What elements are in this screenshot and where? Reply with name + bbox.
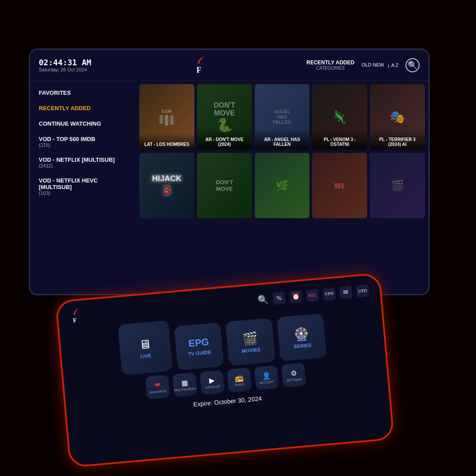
sidebar-item-vod-top500[interactable]: VOD - TOP 500 IMDB (216) [30,131,136,152]
wifi-icon [193,55,205,66]
small-tile-catchup[interactable]: ▶ CATCH UP [200,370,224,394]
tablet-time: 02:44:31 AM [39,58,91,67]
catchup-icon: ▶ [209,376,215,385]
tablet-body: FAVORITES RECENTLY ADDED CONTINUE WATCHI… [30,81,428,294]
multiscreen-icon: ▦ [181,378,189,387]
menu-tile-movies[interactable]: 🎬 MOVIES [225,318,275,366]
tablet-nav-right: RECENTLY ADDED CATEGORIES OLD NEW ↓ A Z … [306,58,420,72]
phone-rec-icon[interactable]: REC [306,288,319,301]
movie-card-row2-5[interactable]: 🎬 [370,153,425,218]
movie-card-ar-angel-has-fallen[interactable]: ANGELHASFALLEN AR - ANGEL HAS FALLEN [255,84,310,149]
small-tile-radio[interactable]: 📻 RADIO [227,368,252,392]
small-tile-settings[interactable]: ⚙ SETTINGS [281,363,306,387]
expire-text: Expire: October 30, 2024 [193,395,262,408]
phone-logo: F [68,307,80,324]
live-label: LIVE [140,353,151,359]
menu-tile-series[interactable]: 🎡 SERIES [277,313,327,361]
small-tile-account[interactable]: 👤 ACCOUNT [254,365,279,390]
small-tile-favourite[interactable]: ❤ FAVOURITE [145,375,170,399]
movie-card-dont-move-2[interactable]: DON'T MOVE [197,153,252,218]
movie-card-lat-los-hombres[interactable]: LOS LAT - LOS HOMBRES [139,84,194,149]
sidebar-item-favorites[interactable]: FAVORITES [30,85,136,100]
sidebar-item-recently-added[interactable]: RECENTLY ADDED [30,100,136,116]
favourite-label: FAVOURITE [149,390,167,394]
movie-title-lat-los-hombres: LAT - LOS HOMBRES [139,133,194,149]
live-icon: 🖥 [138,336,152,352]
svg-point-0 [198,62,200,63]
phone-logo-f: F [73,317,77,324]
nav-recently-added[interactable]: RECENTLY ADDED CATEGORIES [306,60,354,71]
tvguide-label: TV GUIDE [188,350,211,357]
favourite-icon: ❤ [154,381,161,390]
phone-wifi-icon [68,307,80,317]
tablet-time-block: 02:44:31 AM Saturday, 26 Oct 2024 [39,58,91,72]
phone-vpn-icon[interactable]: VPN [323,287,336,300]
tablet-sidebar: FAVORITES RECENTLY ADDED CONTINUE WATCHI… [30,81,136,294]
account-icon: 👤 [262,371,271,380]
settings-icon: ⚙ [290,369,297,378]
movies-label: MOVIES [242,346,261,353]
movie-card-pl-venom[interactable]: 🦎 PL - VENOM 3 - OSTATNI [312,84,367,149]
movie-title-ar-dont-move: AR - DON'T MOVE (2024) [197,128,252,149]
movie-title-pl-venom: PL - VENOM 3 - OSTATNI [312,128,367,149]
nav-old-new[interactable]: OLD NEW ↓ A Z [361,61,398,69]
movie-title-ar-angel-has-fallen: AR - ANGEL HAS FALLEN [255,128,310,149]
tvguide-icon: EPG [188,336,210,350]
movie-card-ar-dont-move[interactable]: DON'T MOVE 🐍 AR - DON'T MOVE (2024) [197,84,252,149]
movie-row-1: LOS LAT - LOS HOMBRES [139,84,425,149]
menu-tile-tvguide[interactable]: EPG TV GUIDE [174,323,224,371]
tablet-logo: F [193,55,205,75]
phone-msg-icon[interactable]: ✉ [339,286,352,299]
catchup-label: CATCH UP [205,385,220,389]
movie-card-hijack[interactable]: HIJACK 3 [139,153,194,218]
tablet-date: Saturday, 26 Oct 2024 [39,67,91,72]
movie-row-2: HIJACK 3 DON'T MOVE [139,153,425,218]
search-icon[interactable]: 🔍 [405,58,420,72]
phone-header-icons: 🔍 % ⏰ REC VPN ✉ UPD [257,284,369,306]
account-label: ACCOUNT [259,380,275,384]
logo-f-label: F [197,66,201,75]
radio-label: RADIO [235,383,245,387]
phone-device: F 🔍 % ⏰ REC VPN ✉ UPD 🖥 LIVE EPG TV GUID… [55,272,394,468]
tablet-device: 02:44:31 AM Saturday, 26 Oct 2024 F RECE… [29,48,430,295]
old-new-label: OLD NEW [361,62,384,68]
sidebar-item-continue-watching[interactable]: CONTINUE WATCHING [30,116,136,131]
az-label: A Z [391,63,398,68]
phone-update-icon[interactable]: UPD [356,284,369,297]
movie-title-pl-terrifier: PL - TERRIFIER 3 (2024) AI [370,128,425,149]
tablet-content: LOS LAT - LOS HOMBRES [136,81,428,294]
menu-tile-live[interactable]: 🖥 LIVE [118,320,173,376]
movie-card-row2-4[interactable]: ▉▊▋ [312,153,367,218]
radio-icon: 📻 [234,373,244,383]
sidebar-item-vod-netflix-hevc[interactable]: VOD - NETFLIX HEVC [MULTISUB] (103) [30,173,136,200]
movies-icon: 🎬 [242,331,259,346]
movie-card-row2-3[interactable]: 🌿 [255,153,310,218]
tablet-header: 02:44:31 AM Saturday, 26 Oct 2024 F RECE… [30,50,428,81]
small-tile-multiscreen[interactable]: ▦ MULTISCREEN [172,372,197,397]
series-icon: 🎡 [293,326,310,342]
multiscreen-label: MULTISCREEN [174,387,196,392]
phone-percent-icon[interactable]: % [272,291,286,305]
series-label: SERIES [294,342,312,349]
movie-card-pl-terrifier[interactable]: 🎭 PL - TERRIFIER 3 (2024) AI [370,84,425,149]
settings-label: SETTINGS [286,378,302,382]
phone-search-icon[interactable]: 🔍 [257,294,269,305]
phone-alarm-icon[interactable]: ⏰ [289,290,302,303]
svg-point-1 [74,313,75,315]
sidebar-item-vod-netflix[interactable]: VOD - NETFLIX [MULTISUB] (2412) [30,152,136,173]
